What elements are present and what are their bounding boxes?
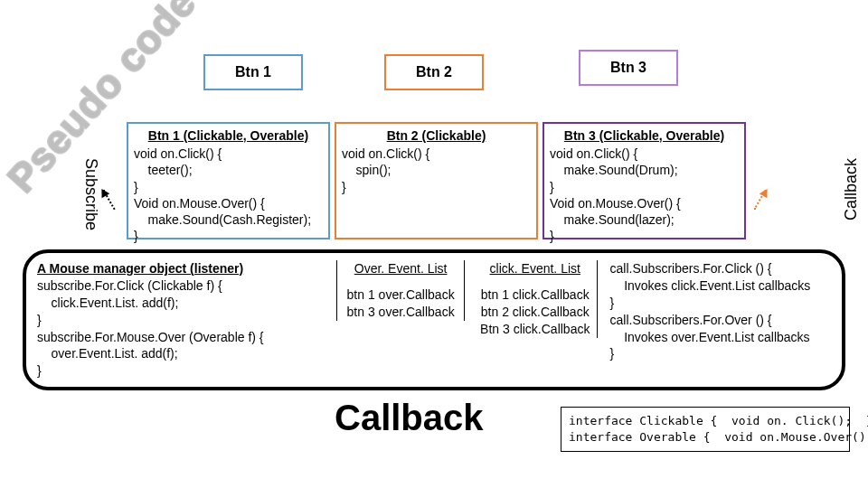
subscribe-side-label: Subscribe [81, 158, 100, 230]
click-event-list: click. Event. List btn 1 click.Callback … [474, 260, 598, 338]
code-box-2: Btn 2 (Clickable) void on.Click() { spin… [335, 122, 538, 239]
listener-invoke-methods: call.Subscribers.For.Click () { Invokes … [607, 260, 831, 362]
listener-title: A Mouse manager object (listener) [37, 261, 243, 276]
over-event-list: Over. Event. List btn 1 over.Callback bt… [336, 260, 465, 321]
code-box-2-title: Btn 2 (Clickable) [342, 127, 531, 144]
code-box-1-body: void on.Click() { teeter(); } Void on.Mo… [134, 145, 323, 244]
code-box-3-body: void on.Click() { make.Sound(Drum); } Vo… [550, 145, 739, 244]
over-event-list-header: Over. Event. List [343, 260, 458, 277]
callback-side-label: Callback [842, 158, 861, 221]
code-box-2-body: void on.Click() { spin(); } [342, 145, 531, 195]
subscribe-arrow [102, 190, 115, 211]
over-event-list-body: btn 1 over.Callback btn 3 over.Callback [343, 286, 458, 321]
button-1[interactable]: Btn 1 [203, 54, 303, 90]
click-event-list-body: btn 1 click.Callback btn 2 click.Callbac… [479, 286, 591, 338]
interface-body: interface Clickable { void on. Click(); … [569, 413, 842, 446]
code-box-1: Btn 1 (Clickable, Overable) void on.Clic… [127, 122, 330, 239]
click-event-list-header: click. Event. List [479, 260, 591, 277]
code-box-3-title: Btn 3 (Clickable, Overable) [550, 127, 739, 144]
interface-definitions: interface Clickable { void on. Click(); … [561, 407, 850, 452]
listener-invoke-body: call.Subscribers.For.Click () { Invokes … [610, 260, 831, 362]
listener-subscribe-methods: A Mouse manager object (listener) subscr… [37, 260, 327, 380]
button-2[interactable]: Btn 2 [384, 54, 484, 90]
mouse-manager-listener: A Mouse manager object (listener) subscr… [23, 249, 845, 390]
code-box-3: Btn 3 (Clickable, Overable) void on.Clic… [542, 122, 746, 239]
callback-arrow [753, 190, 766, 211]
code-box-1-title: Btn 1 (Clickable, Overable) [134, 127, 323, 144]
callback-label: Callback [335, 398, 484, 438]
listener-subscribe-body: subscribe.For.Click (Clickable f) { clic… [37, 277, 327, 380]
button-3[interactable]: Btn 3 [579, 50, 678, 86]
